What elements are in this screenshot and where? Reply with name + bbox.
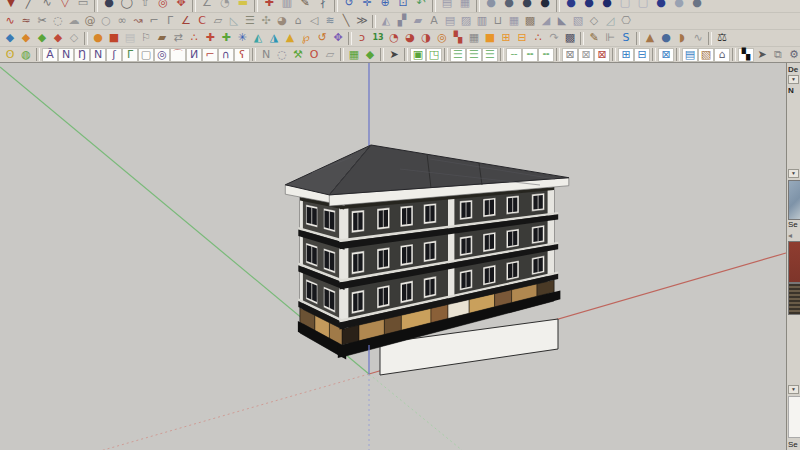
rotate-b-icon[interactable]: ◕ <box>402 31 418 45</box>
dimension-icon[interactable]: ▬ <box>234 0 252 11</box>
flag-icon[interactable]: ⚐ <box>138 31 154 45</box>
tile-n3-icon[interactable]: Ν <box>90 48 106 62</box>
chevrons-icon[interactable]: ≫ <box>354 14 370 28</box>
gear-flower-icon[interactable]: ✣ <box>258 14 274 28</box>
sheets-icon[interactable]: ▞ <box>394 14 410 28</box>
polygon-icon[interactable]: ◯ <box>118 0 136 11</box>
rectangle-icon[interactable]: ▭ <box>74 0 92 11</box>
protractor-icon[interactable]: ◔ <box>216 0 234 11</box>
cloud-icon[interactable]: ☁ <box>66 14 82 28</box>
pic-green-b-icon[interactable]: ◳ <box>426 48 442 62</box>
eraser-icon[interactable]: ▽ <box>56 0 74 11</box>
panel-strip-icon[interactable]: ▰ <box>410 14 426 28</box>
checker-red-icon[interactable]: ▚ <box>450 31 466 45</box>
weave-a-icon[interactable]: ▤ <box>442 14 458 28</box>
fold-triangle-icon[interactable]: ◺ <box>226 14 242 28</box>
target-icon[interactable]: ◎ <box>434 31 450 45</box>
walk-figure-icon[interactable]: ∤ <box>314 0 332 11</box>
checkerboard-icon[interactable]: ▚ <box>738 48 754 62</box>
spline-icon[interactable]: ≈ <box>18 14 34 28</box>
circle-icon[interactable]: ● <box>100 0 118 11</box>
blob-icon[interactable]: ○ <box>98 14 114 28</box>
view-top-icon[interactable]: ● <box>580 0 598 11</box>
hook-curve-icon[interactable]: ↝ <box>130 14 146 28</box>
loop-icon[interactable]: ∞ <box>114 14 130 28</box>
tile-s-icon[interactable]: ʃ <box>106 48 122 62</box>
orbit-icon[interactable]: ↺ <box>340 0 358 11</box>
section-plane-icon[interactable]: ▥ <box>278 0 296 11</box>
view-front-icon[interactable]: ● <box>598 0 616 11</box>
diamond-red-icon[interactable]: ◆ <box>50 31 66 45</box>
lock-icon[interactable]: ʘ <box>2 48 18 62</box>
pattern-grid-icon[interactable]: ▩ <box>562 31 578 45</box>
box-brown-icon[interactable]: ▧ <box>698 48 714 62</box>
viewport-3d[interactable] <box>0 62 786 450</box>
weave-c-icon[interactable]: ▩ <box>522 14 538 28</box>
hatch-icon[interactable]: ▨ <box>458 14 474 28</box>
corner-a-icon[interactable]: ⌐ <box>146 14 162 28</box>
tile-arc2-icon[interactable]: ⌒ <box>170 48 186 62</box>
stack-blue-icon[interactable]: ▤ <box>682 48 698 62</box>
angle-tool-icon[interactable]: ∠ <box>178 14 194 28</box>
asterisk-blue-icon[interactable]: ✳ <box>234 31 250 45</box>
freehand-icon[interactable]: ∿ <box>38 0 56 11</box>
pie-orange-icon[interactable]: ● <box>90 31 106 45</box>
grid-orange-c-icon[interactable]: ⊟ <box>514 31 530 45</box>
cone-brown-icon[interactable]: ▲ <box>642 31 658 45</box>
styles-dropdown-button[interactable]: ▼ <box>788 385 799 394</box>
gear-icon[interactable]: ⚙ <box>786 48 800 62</box>
scene-2-icon[interactable]: ▢ <box>634 0 652 11</box>
balance-scale-icon[interactable]: ⚖ <box>714 31 730 45</box>
knit-icon[interactable]: ▧ <box>570 14 586 28</box>
rotate-a-icon[interactable]: ◔ <box>386 31 402 45</box>
tile-n1-icon[interactable]: N <box>58 48 74 62</box>
diamond-blue-icon[interactable]: ◆ <box>2 31 18 45</box>
tile-n2-icon[interactable]: Ŋ <box>74 48 90 62</box>
shell-icon[interactable]: @ <box>82 14 98 28</box>
pane-blue-x-icon[interactable]: ⊠ <box>658 48 674 62</box>
styles-panel-thumbnail[interactable] <box>788 396 800 438</box>
material-swatch-brick[interactable] <box>788 241 800 283</box>
style-3-icon[interactable]: ● <box>518 0 536 11</box>
crescent-icon[interactable]: C <box>194 14 210 28</box>
diamond-outline-icon[interactable]: ◇ <box>66 31 82 45</box>
tile-u-icon[interactable]: ∩ <box>218 48 234 62</box>
sprout-icon[interactable]: ◆ <box>362 48 378 62</box>
grid-orange-b-icon[interactable]: ⊞ <box>498 31 514 45</box>
select-icon[interactable]: ▼ <box>2 0 20 11</box>
style-4-icon[interactable]: ● <box>536 0 554 11</box>
bubble-icon[interactable]: ⌂ <box>290 14 306 28</box>
poly-ball-icon[interactable]: ● <box>658 31 674 45</box>
pane-blue-a-icon[interactable]: ⊞ <box>618 48 634 62</box>
tile-hook-icon[interactable]: ʕ <box>234 48 250 62</box>
square-red-icon[interactable]: ■ <box>106 31 122 45</box>
paste-icon[interactable]: ⧉ <box>770 48 786 62</box>
spiral-icon[interactable]: ℘ <box>298 31 314 45</box>
style-6-icon[interactable]: ● <box>688 0 706 11</box>
swap-arrows-icon[interactable]: ⇄ <box>170 31 186 45</box>
perspective-box-icon[interactable]: ▱ <box>210 14 226 28</box>
style-5-icon[interactable]: ● <box>670 0 688 11</box>
green-13-icon[interactable]: 13 <box>370 31 386 45</box>
style-1-icon[interactable]: ● <box>482 0 500 11</box>
axes-icon[interactable]: ✚ <box>260 0 278 11</box>
weave-b-icon[interactable]: ▦ <box>506 14 522 28</box>
diamond-orange-icon[interactable]: ◆ <box>18 31 34 45</box>
style-2-icon[interactable]: ● <box>500 0 518 11</box>
xbox-red-icon[interactable]: ⊠ <box>594 48 610 62</box>
move-icon[interactable]: ✥ <box>172 0 190 11</box>
styles-select-tab[interactable]: Se <box>788 440 798 449</box>
fog-icon[interactable]: ▦ <box>456 0 474 11</box>
pan-icon[interactable]: ✛ <box>358 0 376 11</box>
curve-arrow-icon[interactable]: ↺ <box>314 31 330 45</box>
slash-icon[interactable]: ╲ <box>338 14 354 28</box>
xbox-a-icon[interactable]: ⊠ <box>562 48 578 62</box>
warn-triangle-icon[interactable]: ▲ <box>282 31 298 45</box>
tile-g-icon[interactable]: Γ <box>122 48 138 62</box>
diamond-green-icon[interactable]: ◆ <box>34 31 50 45</box>
landscape-green-icon[interactable]: ▦ <box>346 48 362 62</box>
lasso-icon[interactable]: ◌ <box>50 14 66 28</box>
channel-icon[interactable]: ⊔ <box>490 14 506 28</box>
fan-a-icon[interactable]: ◢ <box>538 14 554 28</box>
view-side-icon[interactable]: ● <box>652 0 670 11</box>
